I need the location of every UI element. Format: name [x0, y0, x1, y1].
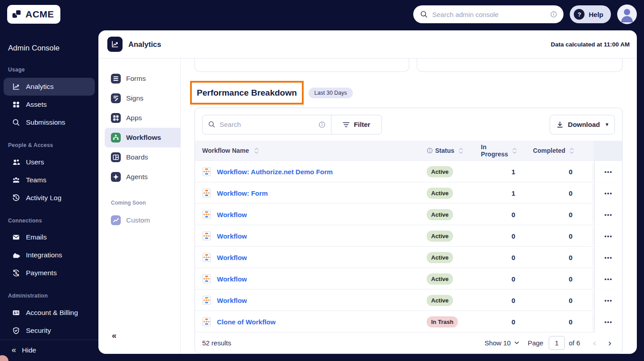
status-badge: In Trash	[427, 316, 458, 327]
section-label-usage: Usage	[4, 67, 95, 73]
filter-button[interactable]: Filter	[331, 115, 381, 134]
boards-icon	[111, 152, 121, 162]
forms-icon	[111, 74, 121, 84]
next-page-button[interactable]: ›	[608, 337, 611, 348]
sort-icon	[458, 147, 463, 154]
previous-page-button[interactable]: ‹	[593, 337, 596, 348]
custom-chart-icon	[111, 215, 121, 225]
workflow-link[interactable]: Workflow: Authorize.net Demo Form	[217, 168, 333, 176]
page-label: Page	[528, 339, 543, 347]
sidebar-item-emails[interactable]: Emails	[4, 229, 95, 247]
column-header-status[interactable]: Status	[427, 147, 483, 154]
module-item-apps[interactable]: Apps	[105, 108, 180, 128]
sidebar-item-label: Assets	[26, 101, 47, 109]
sidebar-item-security[interactable]: Security	[4, 322, 95, 340]
table-header-row: Workflow Name Status	[195, 141, 622, 160]
section-label-connections: Connections	[4, 218, 95, 224]
workflow-mini-icon	[202, 231, 211, 241]
module-item-workflows[interactable]: Workflows	[105, 128, 180, 147]
sidebar-item-label: Activity Log	[26, 194, 61, 202]
sidebar-item-label: Analytics	[26, 83, 54, 91]
workflow-link[interactable]: Workflow: Form	[217, 189, 268, 197]
row-actions-button[interactable]: •••	[604, 254, 612, 261]
page-number-input[interactable]	[549, 336, 565, 350]
search-filter-group: Filter	[202, 115, 382, 134]
shield-check-icon	[12, 326, 21, 335]
module-item-label: Custom	[126, 216, 150, 224]
module-item-label: Boards	[126, 153, 148, 161]
completed-value: 0	[517, 275, 574, 283]
sidebar-item-activity-log[interactable]: Activity Log	[4, 189, 95, 207]
in-progress-value: 0	[483, 297, 517, 304]
page-size-select[interactable]: Show 10	[485, 339, 519, 347]
column-header-in-progress[interactable]: In Progress	[483, 143, 517, 158]
workflow-link[interactable]: Workflow	[217, 254, 247, 261]
info-icon[interactable]	[550, 11, 557, 18]
workflow-link[interactable]: Workflow	[217, 275, 247, 283]
hide-sidebar-button[interactable]: « Hide	[0, 340, 98, 360]
page-size-label: Show 10	[485, 339, 511, 347]
status-badge: Active	[427, 295, 453, 306]
row-actions-button[interactable]: •••	[604, 233, 612, 239]
column-header-completed[interactable]: Completed	[517, 147, 574, 154]
table-search-input[interactable]	[220, 121, 314, 128]
column-header-workflow-name[interactable]: Workflow Name	[195, 147, 427, 154]
row-actions-button[interactable]: •••	[604, 190, 612, 197]
main-panel: Analytics Data calculated at 11:00 AM Fo…	[98, 30, 637, 354]
row-actions-button[interactable]: •••	[604, 297, 612, 304]
row-actions-button[interactable]: •••	[604, 276, 612, 282]
row-actions-button[interactable]: •••	[604, 211, 612, 218]
info-icon[interactable]	[318, 121, 326, 128]
row-actions-button[interactable]: •••	[604, 168, 612, 175]
workflow-link[interactable]: Clone of Workflow	[217, 318, 275, 326]
module-item-forms[interactable]: Forms	[105, 69, 180, 88]
module-item-label: Signs	[126, 94, 144, 102]
sidebar-item-label: Users	[26, 158, 44, 166]
data-calculated-status: Data calculated at 11:00 AM	[551, 41, 630, 48]
module-item-label: Apps	[126, 114, 142, 122]
row-actions-button[interactable]: •••	[604, 319, 612, 325]
help-button[interactable]: ? Help	[570, 5, 611, 23]
global-search-input[interactable]	[432, 11, 546, 18]
workflows-icon	[111, 133, 121, 143]
svg-text:$: $	[15, 271, 17, 275]
table-footer: 52 results Show 10 Page of 6 ‹ ›	[195, 332, 622, 353]
sidebar-item-teams[interactable]: Teams	[4, 171, 95, 189]
info-icon[interactable]	[427, 147, 433, 154]
sidebar-item-users[interactable]: Users	[4, 153, 95, 171]
download-button[interactable]: Download ▾	[550, 115, 615, 134]
module-item-custom[interactable]: Custom	[105, 210, 180, 230]
acme-logo[interactable]: ACME	[7, 5, 60, 24]
workflow-mini-icon	[202, 317, 211, 327]
table-row: Workflow Active 0 0 •••	[195, 225, 622, 246]
user-avatar[interactable]	[617, 4, 637, 24]
sidebar-item-assets[interactable]: Assets	[4, 96, 95, 113]
in-progress-value: 0	[483, 232, 517, 240]
module-item-boards[interactable]: Boards	[105, 147, 180, 167]
module-item-signs[interactable]: Signs	[105, 88, 180, 108]
sparkle-icon	[111, 172, 121, 182]
table-row: Workflow Active 0 0 •••	[195, 289, 622, 311]
in-progress-value: 0	[483, 254, 517, 261]
workflow-link[interactable]: Workflow	[217, 297, 247, 304]
section-title: Performance Breakdown	[197, 87, 297, 99]
workflow-link[interactable]: Workflow	[217, 232, 247, 240]
caret-down-icon: ▾	[606, 122, 608, 127]
module-item-agents[interactable]: Agents	[105, 167, 180, 187]
module-item-label: Forms	[126, 75, 146, 83]
download-label: Download	[568, 121, 600, 128]
sidebar-item-label: Account & Billing	[26, 309, 78, 317]
download-icon	[556, 121, 564, 128]
in-progress-value: 0	[483, 275, 517, 283]
workflow-link[interactable]: Workflow	[217, 211, 247, 218]
collapse-nav-button[interactable]: «	[98, 331, 180, 340]
sidebar-item-account-billing[interactable]: Account & Billing	[4, 304, 95, 322]
sort-icon	[254, 147, 259, 154]
sidebar-item-submissions[interactable]: Submissions	[4, 113, 95, 131]
workflow-mini-icon	[202, 274, 211, 284]
table-row: Workflow Active 0 0 •••	[195, 246, 622, 268]
analytics-app-icon	[107, 37, 123, 52]
sidebar-item-payments[interactable]: $ Payments	[4, 264, 95, 282]
sidebar-item-integrations[interactable]: Integrations	[4, 246, 95, 264]
sidebar-item-analytics[interactable]: Analytics	[4, 78, 95, 96]
